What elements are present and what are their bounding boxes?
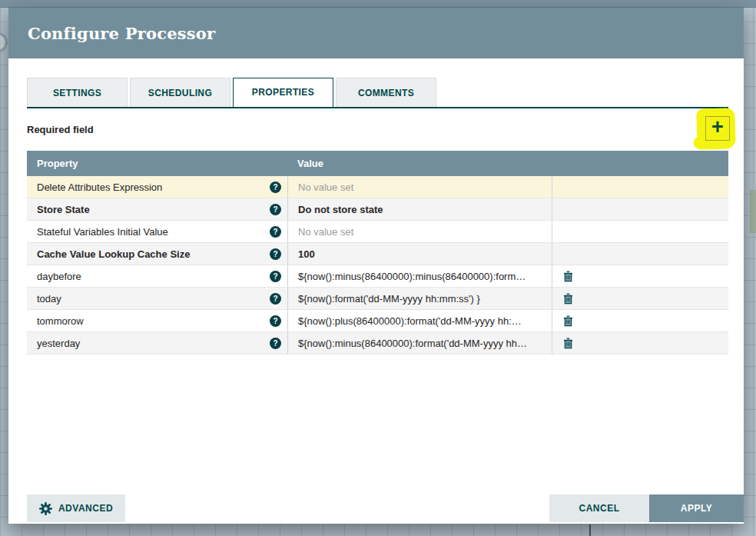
help-icon[interactable]: ?: [270, 271, 281, 282]
table-header-row: Property Value: [27, 151, 728, 176]
properties-table: Property Value Delete Attributes Express…: [27, 151, 728, 355]
table-row[interactable]: yesterday ? ${now():minus(86400000):form…: [27, 332, 728, 355]
property-name: Cache Value Lookup Cache Size: [37, 248, 190, 260]
property-value: ${now():format('dd-MM-yyyy hh:mm:ss') }: [298, 293, 480, 305]
property-name: yesterday: [37, 338, 80, 349]
tab-scheduling-label: SCHEDULING: [148, 88, 212, 98]
tab-settings-label: SETTINGS: [53, 88, 101, 98]
table-row[interactable]: today ? ${now():format('dd-MM-yyyy hh:mm…: [27, 288, 728, 310]
property-cell: Delete Attributes Expression ?: [27, 176, 287, 198]
actions-cell: [552, 288, 728, 309]
column-header-property: Property: [27, 158, 287, 169]
property-cell: Stateful Variables Initial Value ?: [27, 221, 287, 242]
property-value: Do not store state: [298, 204, 383, 215]
tab-scheduling[interactable]: SCHEDULING: [130, 78, 230, 107]
table-row[interactable]: Cache Value Lookup Cache Size ? 100: [27, 243, 728, 265]
canvas-magnifier-icon: [0, 32, 8, 52]
property-name: Store State: [37, 204, 90, 215]
property-name: tommorow: [37, 315, 84, 327]
value-cell[interactable]: Do not store state: [287, 198, 552, 220]
app-top-bar: [0, 0, 756, 8]
advanced-button-label: ADVANCED: [58, 503, 113, 514]
property-name: Delete Attributes Expression: [37, 181, 162, 193]
property-cell: tommorow ?: [27, 310, 287, 331]
dialog-title: Configure Processor: [28, 24, 215, 43]
table-row[interactable]: Delete Attributes Expression ? No value …: [27, 176, 728, 198]
tab-comments[interactable]: COMMENTS: [336, 78, 436, 107]
canvas-connection-line: [589, 524, 591, 536]
property-value: No value set: [298, 181, 353, 193]
table-row[interactable]: Store State ? Do not store state: [27, 198, 728, 221]
property-cell: today ?: [27, 288, 287, 309]
property-name: Stateful Variables Initial Value: [37, 226, 168, 238]
delete-icon[interactable]: [563, 293, 573, 305]
help-icon[interactable]: ?: [270, 181, 281, 193]
dialog-header: Configure Processor: [8, 8, 744, 58]
actions-cell: [552, 243, 728, 265]
apply-button-label: APPLY: [681, 503, 712, 514]
actions-cell: [552, 221, 728, 242]
property-name: today: [37, 293, 61, 305]
property-value: 100: [298, 248, 315, 260]
tab-bar: SETTINGS SCHEDULING PROPERTIES COMMENTS: [27, 78, 728, 108]
properties-table-body: Delete Attributes Expression ? No value …: [27, 176, 728, 355]
help-icon[interactable]: ?: [270, 248, 281, 260]
value-cell[interactable]: ${now():format('dd-MM-yyyy hh:mm:ss') }: [287, 288, 552, 309]
actions-cell: [552, 265, 728, 287]
actions-cell: [552, 176, 728, 198]
property-cell: daybefore ?: [27, 265, 287, 287]
property-value: No value set: [298, 226, 353, 238]
help-icon[interactable]: ?: [270, 338, 281, 349]
column-header-value: Value: [287, 158, 552, 169]
property-cell: Store State ?: [27, 198, 287, 220]
dialog-body: SETTINGS SCHEDULING PROPERTIES COMMENTS …: [8, 78, 744, 355]
table-row[interactable]: Stateful Variables Initial Value ? No va…: [27, 221, 728, 243]
value-cell[interactable]: 100: [287, 243, 552, 265]
value-cell[interactable]: ${now():plus(86400000):format('dd-MM-yyy…: [287, 310, 552, 331]
value-cell[interactable]: No value set: [287, 176, 552, 198]
canvas-object-fragment: [750, 190, 756, 233]
delete-icon[interactable]: [563, 271, 573, 282]
add-property-button[interactable]: +: [705, 116, 730, 141]
configure-processor-dialog: Configure Processor SETTINGS SCHEDULING …: [8, 8, 744, 524]
required-field-label: Required field: [27, 124, 94, 135]
advanced-button[interactable]: ADVANCED: [27, 494, 125, 522]
property-value: ${now():minus(86400000):minus(86400000):…: [298, 271, 526, 282]
actions-cell: [552, 332, 728, 354]
property-cell: Cache Value Lookup Cache Size ?: [27, 243, 287, 265]
tab-properties[interactable]: PROPERTIES: [233, 78, 333, 107]
actions-cell: [552, 310, 728, 331]
tab-settings[interactable]: SETTINGS: [27, 78, 128, 107]
property-name: daybefore: [37, 271, 81, 282]
delete-icon[interactable]: [563, 315, 573, 327]
delete-icon[interactable]: [563, 338, 573, 349]
property-value: ${now():plus(86400000):format('dd-MM-yyy…: [298, 315, 522, 327]
table-row[interactable]: daybefore ? ${now():minus(86400000):minu…: [27, 265, 728, 288]
tab-properties-label: PROPERTIES: [252, 87, 314, 98]
apply-button[interactable]: APPLY: [649, 494, 744, 522]
tab-comments-label: COMMENTS: [358, 88, 414, 98]
cancel-button[interactable]: CANCEL: [549, 494, 649, 522]
help-icon[interactable]: ?: [270, 293, 281, 305]
help-icon[interactable]: ?: [270, 204, 281, 215]
help-icon[interactable]: ?: [270, 226, 281, 238]
gear-icon: [39, 502, 52, 515]
help-icon[interactable]: ?: [270, 315, 281, 327]
required-field-row: Required field +: [27, 122, 728, 138]
value-cell[interactable]: No value set: [287, 221, 552, 242]
table-row[interactable]: tommorow ? ${now():plus(86400000):format…: [27, 310, 728, 332]
actions-cell: [552, 198, 728, 220]
property-cell: yesterday ?: [27, 332, 287, 354]
value-cell[interactable]: ${now():minus(86400000):minus(86400000):…: [287, 265, 552, 287]
property-value: ${now():minus(86400000):format('dd-MM-yy…: [298, 338, 527, 349]
value-cell[interactable]: ${now():minus(86400000):format('dd-MM-yy…: [287, 332, 552, 354]
cancel-button-label: CANCEL: [579, 503, 620, 514]
plus-icon: +: [711, 117, 724, 138]
